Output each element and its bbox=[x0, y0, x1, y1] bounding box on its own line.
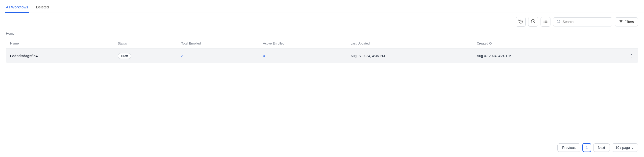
clock-icon-button[interactable] bbox=[528, 17, 538, 27]
total-enrolled-cell: 3 bbox=[177, 48, 259, 64]
search-icon bbox=[557, 19, 560, 24]
col-header-actions bbox=[599, 39, 638, 48]
page-number-1[interactable]: 1 bbox=[582, 143, 591, 152]
svg-line-8 bbox=[559, 22, 560, 23]
status-badge: Draft bbox=[118, 53, 131, 59]
toolbar: Filters bbox=[0, 13, 644, 31]
next-button[interactable]: Next bbox=[593, 144, 610, 152]
chevron-down-icon bbox=[632, 146, 634, 150]
list-icon-button[interactable] bbox=[540, 17, 550, 27]
row-actions-cell: ⋮ bbox=[599, 48, 638, 64]
col-header-status: Status bbox=[114, 39, 178, 48]
filter-icon bbox=[619, 19, 623, 24]
col-header-active-enrolled: Active Enrolled bbox=[259, 39, 346, 48]
history-icon-button[interactable] bbox=[516, 17, 526, 27]
search-input[interactable] bbox=[562, 20, 608, 24]
filters-button[interactable]: Filters bbox=[615, 17, 638, 26]
col-header-name: Name bbox=[6, 39, 114, 48]
tab-deleted[interactable]: Deleted bbox=[35, 3, 50, 13]
per-page-selector[interactable]: 10 / page bbox=[612, 144, 638, 152]
history-icon bbox=[518, 19, 523, 24]
col-header-last-updated: Last Updated bbox=[346, 39, 473, 48]
clock-icon bbox=[531, 19, 535, 24]
filters-label: Filters bbox=[624, 20, 634, 24]
col-header-total-enrolled: Total Enrolled bbox=[177, 39, 259, 48]
tab-bar: All Workflows Deleted bbox=[0, 0, 644, 13]
last-updated-cell: Aug 07 2024, 4:36 PM bbox=[346, 48, 473, 64]
created-on-cell: Aug 07 2024, 4:30 PM bbox=[473, 48, 599, 64]
app-container: All Workflows Deleted bbox=[0, 0, 644, 157]
search-box[interactable] bbox=[553, 17, 612, 26]
table-header-row: Name Status Total Enrolled Active Enroll… bbox=[6, 39, 638, 48]
more-options-button[interactable]: ⋮ bbox=[603, 53, 634, 59]
workflow-status: Draft bbox=[114, 48, 178, 64]
active-enrolled-cell: 0 bbox=[259, 48, 346, 64]
previous-button[interactable]: Previous bbox=[557, 144, 580, 152]
workflow-name: Fødselsdagsflow bbox=[6, 48, 114, 64]
table-row[interactable]: Fødselsdagsflow Draft 3 0 Aug 07 2024, 4… bbox=[6, 48, 638, 64]
breadcrumb: Home bbox=[0, 31, 644, 38]
list-icon bbox=[543, 19, 548, 24]
col-header-created-on: Created On bbox=[473, 39, 599, 48]
pagination: Previous 1 Next 10 / page bbox=[0, 138, 644, 157]
table-wrapper: Name Status Total Enrolled Active Enroll… bbox=[0, 38, 644, 138]
tab-all-workflows[interactable]: All Workflows bbox=[5, 3, 29, 13]
workflows-table: Name Status Total Enrolled Active Enroll… bbox=[6, 38, 638, 64]
per-page-label: 10 / page bbox=[616, 146, 630, 150]
